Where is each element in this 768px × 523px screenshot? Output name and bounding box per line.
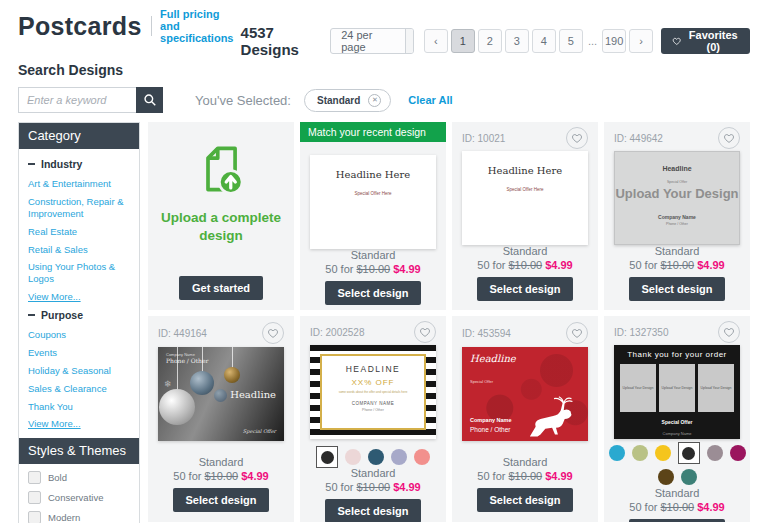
color-swatch[interactable] <box>345 449 361 465</box>
design-id: ID: 10021 <box>462 133 505 144</box>
favorite-heart-button[interactable] <box>566 322 588 344</box>
filter-chip-standard[interactable]: Standard ✕ <box>304 89 391 112</box>
color-swatch[interactable] <box>368 449 384 465</box>
purpose-group-label: Purpose <box>41 309 83 321</box>
page-button-5[interactable]: 5 <box>559 29 583 53</box>
design-preview[interactable]: Company Name Phone / Other ❄ Headline Sp… <box>158 347 284 441</box>
page-button-3[interactable]: 3 <box>505 29 529 53</box>
silver-ornament <box>159 389 195 425</box>
search-input[interactable] <box>18 87 136 113</box>
tier-label: Standard <box>325 467 422 479</box>
checkbox-icon[interactable] <box>28 491 41 504</box>
industry-view-more[interactable]: View More... <box>28 291 130 303</box>
sidebar-item-photos-logos[interactable]: Using Your Photos & Logos <box>28 261 130 285</box>
sale-price: $4.99 <box>545 259 573 271</box>
color-swatch[interactable] <box>707 445 723 461</box>
industry-group-toggle[interactable]: Industry <box>28 158 130 170</box>
page-button-1[interactable]: 1 <box>451 29 475 53</box>
swatch-selected-box[interactable] <box>678 442 700 464</box>
favorite-heart-button[interactable] <box>262 322 284 344</box>
heart-icon <box>723 326 735 338</box>
match-banner: Match your recent design <box>300 122 446 142</box>
design-preview[interactable]: Thank you for your order Upload Your Des… <box>614 345 740 439</box>
upload-document-icon <box>195 143 247 199</box>
pricing-specs-link[interactable]: Full pricing and specifications <box>160 8 240 44</box>
design-card-match: Match your recent design Headline Here S… <box>300 122 446 310</box>
gold-frame-panel: HEADLINE XX% OFF some words about the of… <box>320 354 426 430</box>
color-swatch[interactable] <box>730 445 746 461</box>
style-filter-modern[interactable]: Modern <box>28 511 130 523</box>
color-swatch[interactable] <box>632 445 648 461</box>
color-swatch[interactable] <box>655 445 671 461</box>
select-design-button[interactable]: Select design <box>629 277 726 301</box>
purpose-view-more[interactable]: View More... <box>28 418 130 430</box>
sidebar-item-real-estate[interactable]: Real Estate <box>28 226 130 238</box>
select-design-button[interactable]: Select design <box>629 519 726 522</box>
color-swatch[interactable] <box>681 469 697 485</box>
prev-page-button[interactable]: ‹ <box>424 29 448 53</box>
design-preview[interactable]: Headline Here Special Offer Here <box>310 155 436 249</box>
clear-all-link[interactable]: Clear All <box>408 94 452 106</box>
select-design-button[interactable]: Select design <box>325 499 422 522</box>
sidebar-item-retail-sales[interactable]: Retail & Sales <box>28 244 130 256</box>
get-started-button[interactable]: Get started <box>179 276 263 300</box>
price-line: 50 for $10.00$4.99 <box>325 481 422 493</box>
design-preview[interactable]: Headline Special Offer Company Name Phon… <box>462 347 588 441</box>
heart-icon <box>672 35 681 47</box>
checkbox-icon[interactable] <box>28 471 41 484</box>
purpose-group-toggle[interactable]: Purpose <box>28 309 130 321</box>
tier-label: Standard <box>173 456 270 468</box>
swatch-selected-box[interactable] <box>316 446 338 468</box>
select-design-button[interactable]: Select design <box>477 277 574 301</box>
title-divider <box>151 16 152 36</box>
select-design-button[interactable]: Select design <box>477 488 574 512</box>
design-card-453594: ID: 453594 Headline Special Offer Compan… <box>452 316 598 522</box>
sidebar-item-art-entertainment[interactable]: Art & Entertainment <box>28 178 130 190</box>
sidebar-item-construction[interactable]: Construction, Repair & Improvement <box>28 196 130 220</box>
page-title: Postcards <box>18 12 142 41</box>
color-swatch[interactable] <box>321 451 334 464</box>
color-swatches-row2 <box>658 467 697 487</box>
design-preview[interactable]: Headline Special Offer Upload Your Desig… <box>614 151 740 245</box>
checkbox-icon[interactable] <box>28 511 41 523</box>
favorite-heart-button[interactable] <box>414 321 436 343</box>
page-button-4[interactable]: 4 <box>532 29 556 53</box>
upload-panels: Upload Your Design Upload Your Design Up… <box>620 364 734 412</box>
favorite-heart-button[interactable] <box>718 127 740 149</box>
page-button-last[interactable]: 190 <box>602 29 626 53</box>
color-swatch[interactable] <box>391 449 407 465</box>
small-ornament <box>214 389 227 402</box>
favorite-heart-button[interactable] <box>566 127 588 149</box>
per-page-value: 24 per page <box>331 29 405 53</box>
style-filter-bold[interactable]: Bold <box>28 471 130 484</box>
select-design-button[interactable]: Select design <box>325 281 422 305</box>
select-design-button[interactable]: Select design <box>173 488 270 512</box>
heart-icon <box>419 326 431 338</box>
favorite-heart-button[interactable] <box>718 321 740 343</box>
remove-chip-icon[interactable]: ✕ <box>368 94 381 107</box>
sidebar-item-sales-clearance[interactable]: Sales & Clearance <box>28 383 130 395</box>
design-id: ID: 453594 <box>462 328 511 339</box>
style-filter-conservative[interactable]: Conservative <box>28 491 130 504</box>
sidebar-item-holiday-seasonal[interactable]: Holiday & Seasonal <box>28 365 130 377</box>
sidebar-item-events[interactable]: Events <box>28 347 130 359</box>
sidebar-item-coupons[interactable]: Coupons <box>28 329 130 341</box>
color-swatch[interactable] <box>682 447 695 460</box>
color-swatch[interactable] <box>658 469 674 485</box>
color-swatch[interactable] <box>609 445 625 461</box>
color-swatch[interactable] <box>414 449 430 465</box>
per-page-select[interactable]: 24 per page <box>330 28 414 54</box>
sale-price: $4.99 <box>697 259 725 271</box>
design-preview[interactable]: Headline Here Special Offer Here <box>462 151 588 245</box>
design-preview[interactable]: HEADLINE XX% OFF some words about the of… <box>310 345 436 439</box>
gold-ornament <box>224 367 240 383</box>
sale-price: $4.99 <box>393 263 421 275</box>
selected-label: You've Selected: <box>195 93 291 108</box>
search-icon <box>143 93 157 107</box>
collapse-icon <box>28 163 35 165</box>
search-button[interactable] <box>136 87 163 113</box>
page-button-2[interactable]: 2 <box>478 29 502 53</box>
sidebar-item-thank-you[interactable]: Thank You <box>28 401 130 413</box>
next-page-button[interactable]: › <box>629 29 653 53</box>
favorites-button[interactable]: Favorites (0) <box>661 28 750 54</box>
